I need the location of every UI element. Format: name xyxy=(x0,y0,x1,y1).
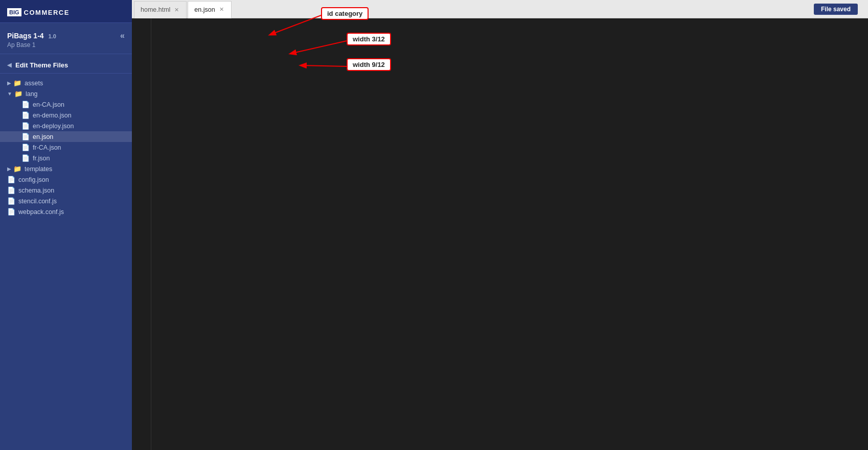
tab-en-json-label: en.json xyxy=(194,6,215,13)
project-sub: Ap Base 1 xyxy=(7,41,125,49)
project-title: PiBags 1-4 1.0 xyxy=(7,32,56,40)
section-arrow-icon: ◀ xyxy=(7,62,11,68)
file-fr-json[interactable]: 📄 fr.json xyxy=(0,153,132,163)
chevron-down-icon: ▼ xyxy=(7,91,12,97)
file-icon: 📄 xyxy=(7,176,15,183)
file-icon: 📄 xyxy=(7,208,15,216)
edit-theme-section: ◀ Edit Theme Files xyxy=(0,54,132,74)
file-icon: 📄 xyxy=(21,101,30,108)
file-fr-json-label: fr.json xyxy=(33,155,50,162)
file-fr-ca-json[interactable]: 📄 fr-CA.json xyxy=(0,142,132,153)
file-icon: 📄 xyxy=(21,154,30,162)
file-en-json[interactable]: 📄 en.json xyxy=(0,131,132,142)
file-icon: 📄 xyxy=(21,111,30,119)
folder-lang[interactable]: ▼ 📁 lang xyxy=(0,88,132,99)
file-saved-badge: File saved xyxy=(814,4,858,15)
edit-theme-label-row[interactable]: ◀ Edit Theme Files xyxy=(7,61,125,69)
sidebar-project: PiBags 1-4 1.0 « Ap Base 1 xyxy=(0,23,132,54)
line-numbers xyxy=(132,18,151,450)
file-config-json-label: config.json xyxy=(18,176,49,183)
logo-box: BIG xyxy=(7,8,21,16)
code-editor[interactable] xyxy=(132,18,868,450)
sidebar: BIG COMMERCE PiBags 1-4 1.0 « Ap Base 1 … xyxy=(0,0,132,450)
edit-theme-label: Edit Theme Files xyxy=(15,61,68,69)
project-name-row: PiBags 1-4 1.0 « xyxy=(7,31,125,40)
file-icon: 📄 xyxy=(21,133,30,140)
file-fr-ca-json-label: fr-CA.json xyxy=(33,144,61,151)
collapse-button[interactable]: « xyxy=(120,31,125,40)
file-tree: ▶ 📁 assets ▼ 📁 lang 📄 en-CA.json 📄 en-de… xyxy=(0,74,132,450)
sidebar-logo: BIG COMMERCE xyxy=(0,0,132,23)
tab-en-json[interactable]: en.json ✕ xyxy=(188,1,231,18)
folder-templates-label: templates xyxy=(25,165,52,173)
file-en-ca-json[interactable]: 📄 en-CA.json xyxy=(0,99,132,110)
tab-bar: home.html ✕ en.json ✕ File saved xyxy=(132,0,868,18)
file-webpack-conf-js[interactable]: 📄 webpack.conf.js xyxy=(0,206,132,217)
file-en-deploy-json[interactable]: 📄 en-deploy.json xyxy=(0,121,132,131)
file-webpack-conf-js-label: webpack.conf.js xyxy=(18,208,64,216)
file-en-demo-json-label: en-demo.json xyxy=(33,112,72,119)
file-config-json[interactable]: 📄 config.json xyxy=(0,174,132,185)
file-en-json-label: en.json xyxy=(33,133,53,140)
file-en-ca-json-label: en-CA.json xyxy=(33,101,64,108)
chevron-right-icon: ▶ xyxy=(7,80,11,86)
folder-icon: 📁 xyxy=(14,90,22,98)
file-schema-json-label: schema.json xyxy=(18,187,54,194)
file-icon: 📄 xyxy=(7,197,15,205)
brand-name: COMMERCE xyxy=(24,9,70,16)
folder-templates[interactable]: ▶ 📁 templates xyxy=(0,163,132,174)
main-content: home.html ✕ en.json ✕ File saved xyxy=(132,0,868,450)
file-stencil-conf-js-label: stencil.conf.js xyxy=(18,198,57,205)
tab-home-html-label: home.html xyxy=(141,6,170,13)
file-icon: 📄 xyxy=(21,122,30,130)
folder-lang-label: lang xyxy=(26,90,38,98)
file-schema-json[interactable]: 📄 schema.json xyxy=(0,185,132,196)
file-icon: 📄 xyxy=(21,144,30,151)
close-tab-home-html[interactable]: ✕ xyxy=(174,7,179,13)
file-en-deploy-json-label: en-deploy.json xyxy=(33,123,74,130)
folder-assets[interactable]: ▶ 📁 assets xyxy=(0,78,132,88)
file-stencil-conf-js[interactable]: 📄 stencil.conf.js xyxy=(0,196,132,206)
folder-assets-label: assets xyxy=(25,80,43,87)
project-version: 1.0 xyxy=(48,33,56,39)
code-content[interactable] xyxy=(151,18,868,450)
folder-icon: 📁 xyxy=(13,79,21,87)
folder-icon: 📁 xyxy=(13,165,21,173)
chevron-right-icon: ▶ xyxy=(7,166,11,172)
file-icon: 📄 xyxy=(7,186,15,194)
tab-home-html[interactable]: home.html ✕ xyxy=(134,1,187,18)
close-tab-en-json[interactable]: ✕ xyxy=(219,6,224,13)
file-en-demo-json[interactable]: 📄 en-demo.json xyxy=(0,110,132,121)
